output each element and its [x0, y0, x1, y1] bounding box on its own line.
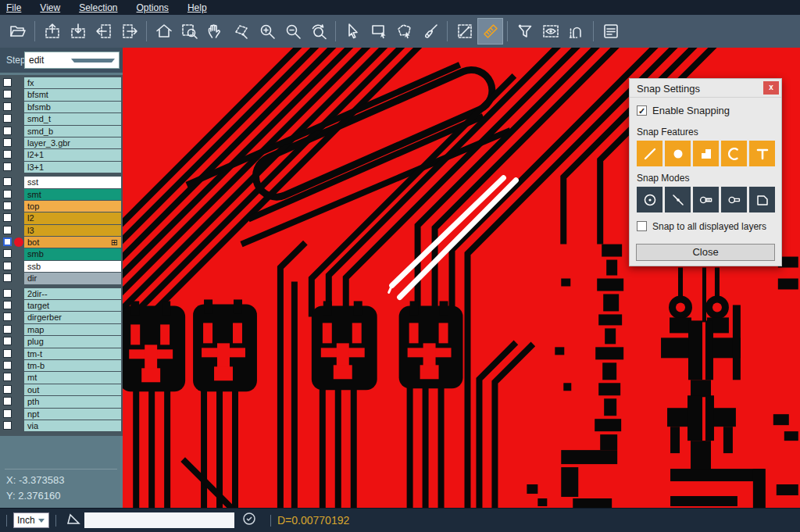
layer-label[interactable]: smd_b — [24, 126, 121, 137]
snap-contour-button[interactable] — [749, 187, 775, 212]
layer-row[interactable]: via ⊞ — [0, 420, 123, 431]
layer-visibility-checkbox[interactable] — [3, 273, 12, 282]
layer-visibility-checkbox[interactable] — [3, 361, 12, 370]
unit-select[interactable]: Inch — [13, 512, 49, 528]
move-right-button[interactable] — [116, 18, 142, 45]
layer-row[interactable]: smd_t ⊞ — [0, 113, 123, 124]
layer-label[interactable]: top — [24, 201, 121, 212]
layer-visibility-checkbox[interactable] — [3, 312, 12, 321]
layer-label[interactable]: ssb — [24, 261, 121, 272]
enable-snapping-checkbox[interactable]: ✓ — [637, 105, 647, 116]
layer-visibility-checkbox[interactable] — [3, 138, 12, 147]
layer-label[interactable]: smb — [24, 248, 121, 259]
layer-label[interactable]: l3 — [24, 225, 121, 236]
dialog-close-button[interactable]: x — [763, 81, 779, 95]
layer-label[interactable]: dir — [24, 273, 121, 284]
pan-hand-button[interactable] — [202, 18, 228, 45]
layer-label[interactable]: target — [24, 300, 121, 311]
step-select[interactable]: edit — [24, 52, 120, 69]
layer-visibility-checkbox[interactable] — [3, 301, 12, 309]
layer-row[interactable]: bfsmt ⊞ — [0, 89, 123, 100]
layer-label[interactable]: dirgerber — [24, 312, 121, 323]
zoom-reset-button[interactable] — [305, 18, 331, 45]
layer-row[interactable]: plug ⊞ — [0, 336, 123, 347]
filter-button[interactable] — [512, 18, 538, 45]
layer-row[interactable]: bfsmb ⊞ — [0, 102, 123, 112]
snap-pad-entry-button[interactable] — [721, 187, 747, 212]
angle-measure-icon[interactable] — [66, 511, 81, 530]
menu-item[interactable]: File — [6, 2, 21, 13]
layer-label[interactable]: l3+1 — [24, 162, 121, 173]
layer-visibility-checkbox[interactable] — [3, 177, 12, 186]
layer-label[interactable]: l2+1 — [24, 149, 121, 160]
layer-visibility-checkbox[interactable] — [3, 349, 12, 358]
clean-brush-button[interactable] — [417, 18, 443, 45]
highlight-view-button[interactable] — [538, 18, 563, 45]
layer-label[interactable]: via — [24, 420, 121, 431]
layer-row[interactable]: bot ⊞ — [0, 237, 123, 248]
layer-row[interactable]: ssb ⊞ — [0, 261, 123, 272]
layer-label[interactable]: sst — [24, 177, 121, 187]
layer-visibility-checkbox[interactable] — [3, 127, 12, 135]
layer-label[interactable]: bot — [24, 237, 121, 248]
layer-label[interactable]: fx — [24, 77, 121, 88]
snap-center-button[interactable] — [637, 187, 662, 212]
layer-visibility-checkbox[interactable] — [3, 78, 12, 87]
layer-visibility-checkbox[interactable] — [3, 190, 12, 198]
report-button[interactable] — [598, 18, 623, 45]
layer-row[interactable]: smb ⊞ — [0, 248, 123, 259]
import-up-button[interactable] — [39, 18, 65, 45]
layer-visibility-checkbox[interactable] — [3, 150, 12, 159]
layer-label[interactable]: bfsmb — [24, 102, 121, 112]
move-left-button[interactable] — [91, 18, 116, 45]
snap-pad-exit-button[interactable] — [693, 187, 719, 212]
close-button[interactable]: Close — [636, 244, 775, 261]
layer-label[interactable]: bfsmt — [24, 89, 121, 100]
layer-visibility-checkbox[interactable] — [3, 325, 12, 334]
layer-label[interactable]: mt — [24, 372, 121, 383]
layer-row[interactable]: 2dir-- ⊞ — [0, 288, 123, 299]
layer-visibility-checkbox[interactable] — [3, 337, 12, 345]
layer-label[interactable]: layer_3.gbr — [24, 137, 121, 148]
layer-row[interactable]: l2 ⊞ — [0, 212, 123, 223]
import-down-button[interactable] — [65, 18, 91, 45]
layer-row[interactable]: target ⊞ — [0, 300, 123, 311]
menu-item[interactable]: View — [40, 2, 60, 13]
layer-visibility-checkbox[interactable] — [3, 226, 12, 234]
layer-visibility-checkbox[interactable] — [3, 202, 12, 210]
select-cursor-button[interactable] — [340, 18, 366, 45]
layer-label[interactable]: npt — [24, 409, 121, 420]
open-file-button[interactable] — [5, 18, 30, 45]
measure-points-button[interactable] — [452, 18, 477, 45]
layer-label[interactable]: 2dir-- — [24, 288, 121, 299]
layer-row[interactable]: mt ⊞ — [0, 372, 123, 383]
ruler-measure-button[interactable] — [477, 18, 503, 45]
layer-row[interactable]: smd_b ⊞ — [0, 126, 123, 137]
polygon-select-button[interactable] — [391, 18, 417, 45]
layer-row[interactable]: top ⊞ — [0, 201, 123, 212]
layer-visibility-checkbox[interactable] — [3, 397, 12, 405]
layer-row[interactable]: l3+1 ⊞ — [0, 162, 123, 173]
zoom-out-button[interactable] — [280, 18, 305, 45]
layer-label[interactable]: tm-b — [24, 360, 121, 371]
layer-row[interactable]: map ⊞ — [0, 324, 123, 335]
measure-value-input[interactable] — [84, 512, 234, 528]
layer-row[interactable]: out ⊞ — [0, 384, 123, 395]
layer-grid-icon[interactable]: ⊞ — [111, 237, 118, 248]
layer-visibility-checkbox[interactable] — [3, 385, 12, 394]
refresh-check-icon[interactable] — [242, 512, 256, 529]
vertex-edit-button[interactable] — [228, 18, 254, 45]
all-layers-checkbox[interactable] — [637, 221, 647, 231]
layer-visibility-checkbox[interactable] — [3, 114, 12, 123]
layer-visibility-checkbox[interactable] — [3, 213, 12, 222]
layer-visibility-checkbox[interactable] — [3, 237, 12, 246]
layer-visibility-checkbox[interactable] — [3, 162, 12, 171]
layer-visibility-checkbox[interactable] — [3, 249, 12, 258]
layer-row[interactable]: l3 ⊞ — [0, 225, 123, 236]
snap-closest-point-button[interactable] — [665, 187, 691, 212]
arc-measure-button[interactable] — [563, 18, 589, 45]
snap-pad-button[interactable] — [665, 141, 691, 166]
layer-visibility-checkbox[interactable] — [3, 289, 12, 298]
zoom-in-button[interactable] — [254, 18, 280, 45]
menu-item[interactable]: Options — [137, 2, 169, 13]
